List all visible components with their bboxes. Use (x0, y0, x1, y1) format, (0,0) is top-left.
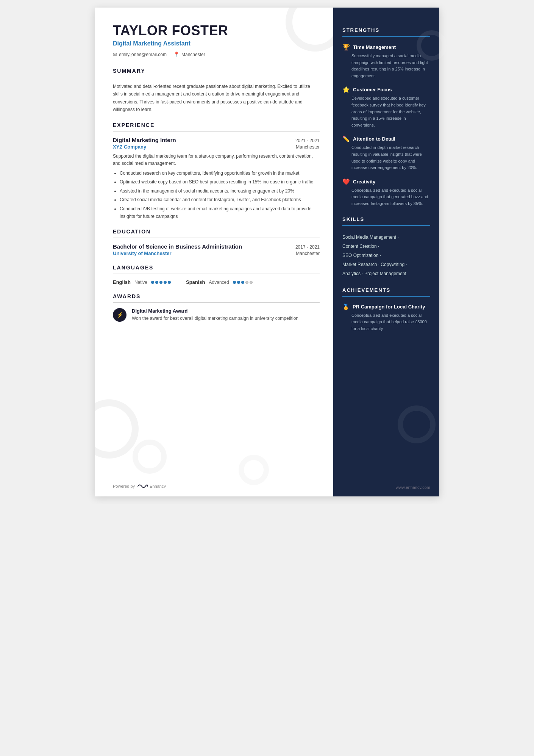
skill-line-3: Market Research · Copywriting · (342, 260, 430, 269)
lang-name-spanish: Spanish (186, 279, 205, 285)
achievement-item-0: 🏅 PR Campaign for Local Charity Conceptu… (342, 304, 430, 332)
bullet-0-3: Created social media calendar and conten… (120, 196, 320, 203)
right-column: STRENGTHS 🏆 Time Management Successfully… (333, 8, 439, 496)
skill-line-4: Analytics · Project Management (342, 269, 430, 278)
award-name-0: Digital Marketing Award (132, 308, 320, 314)
awards-divider (113, 302, 320, 303)
strengths-divider (342, 36, 430, 37)
skills-section: SKILLS Social Media Management · Content… (342, 216, 430, 278)
left-footer: Powered by Enhancv (113, 483, 166, 490)
edu-date-0: 2017 - 2021 (295, 244, 320, 250)
email-icon: ✉ (113, 52, 117, 57)
education-section: EDUCATION Bachelor of Science in Busines… (113, 229, 320, 256)
lang-dots-spanish (233, 281, 253, 284)
achievement-name-0: PR Campaign for Local Charity (353, 304, 425, 310)
experience-section: EXPERIENCE Digital Marketing Intern 2021… (113, 122, 320, 221)
dot (237, 281, 240, 284)
award-desc-0: Won the award for best overall digital m… (132, 315, 320, 322)
strength-icon-1: ⭐ (342, 86, 350, 93)
lang-spanish: Spanish Advanced (186, 279, 253, 285)
skill-line-1: Content Creation · (342, 242, 430, 251)
edu-item-0: Bachelor of Science in Business Administ… (113, 243, 320, 256)
dot (159, 281, 162, 284)
resume-wrapper: TAYLOR FOSTER Digital Marketing Assistan… (95, 8, 439, 496)
strength-item-2: ✏️ Attention to Detail Conducted in-dept… (342, 135, 430, 171)
achievement-desc-0: Conceptualized and executed a social med… (342, 312, 430, 332)
dot (151, 281, 154, 284)
summary-text: Motivated and detail-oriented recent gra… (113, 83, 320, 114)
skill-line-0: Social Media Management · (342, 233, 430, 242)
award-icon-0: ⚡ (113, 308, 126, 322)
strength-name-1: Customer Focus (353, 87, 392, 92)
strength-icon-3: ❤️ (342, 178, 350, 185)
skills-title: SKILLS (342, 216, 430, 222)
email-text: emily.jones@email.com (119, 52, 167, 57)
awards-section: AWARDS ⚡ Digital Marketing Award Won the… (113, 293, 320, 322)
website-text: www.enhancv.com (396, 485, 430, 490)
brand-name: Enhancv (150, 484, 166, 488)
strength-item-1: ⭐ Customer Focus Developed and executed … (342, 86, 430, 128)
strengths-title: STRENGTHS (342, 27, 430, 33)
exp-item-0: Digital Marketing Intern 2021 - 2021 XYZ… (113, 137, 320, 221)
edu-school-location-0: Manchester (296, 251, 320, 256)
award-content-0: Digital Marketing Award Won the award fo… (132, 308, 320, 322)
deco-circle-bottom (398, 405, 436, 443)
lang-dots-english (151, 281, 171, 284)
exp-desc-0: Supported the digital marketing team for… (113, 153, 320, 167)
bullet-0-0: Conducted research on key competitors, i… (120, 169, 320, 177)
strength-header-2: ✏️ Attention to Detail (342, 135, 430, 142)
strength-name-2: Attention to Detail (353, 136, 395, 142)
strengths-section: STRENGTHS 🏆 Time Management Successfully… (342, 27, 430, 207)
awards-title: AWARDS (113, 293, 320, 299)
strength-desc-2: Conducted in-depth market research resul… (342, 144, 430, 171)
exp-job-title-0: Digital Marketing Intern (113, 137, 176, 143)
strength-icon-2: ✏️ (342, 135, 350, 142)
lang-level-english: Native (134, 280, 147, 285)
exp-header-0: Digital Marketing Intern 2021 - 2021 (113, 137, 320, 143)
dot (245, 281, 248, 284)
award-item-0: ⚡ Digital Marketing Award Won the award … (113, 308, 320, 322)
languages-row: English Native Spanish Advanced (113, 279, 320, 285)
location-icon: 📍 (173, 52, 180, 57)
brand-logo: Enhancv (137, 483, 166, 490)
exp-date-0: 2021 - 2021 (295, 138, 320, 143)
lang-english: English Native (113, 279, 171, 285)
location-text: Manchester (181, 52, 205, 57)
location-item: 📍 Manchester (173, 52, 205, 57)
edu-header-0: Bachelor of Science in Business Administ… (113, 243, 320, 250)
achievements-section: ACHIEVEMENTS 🏅 PR Campaign for Local Cha… (342, 287, 430, 332)
edu-school-name-0: University of Manchester (113, 250, 172, 256)
achievement-icon-0: 🏅 (342, 304, 350, 310)
dot (168, 281, 171, 284)
achievement-header-0: 🏅 PR Campaign for Local Charity (342, 304, 430, 310)
strength-icon-0: 🏆 (342, 44, 350, 51)
contact-info: ✉ emily.jones@email.com 📍 Manchester (113, 52, 320, 57)
dot (241, 281, 244, 284)
education-title: EDUCATION (113, 229, 320, 235)
exp-bullets-0: Conducted research on key competitors, i… (113, 169, 320, 220)
experience-divider (113, 131, 320, 131)
summary-title: SUMMARY (113, 68, 320, 74)
header: TAYLOR FOSTER Digital Marketing Assistan… (113, 23, 320, 57)
strength-name-0: Time Management (353, 44, 396, 50)
dot (155, 281, 158, 284)
email-item: ✉ emily.jones@email.com (113, 52, 167, 57)
exp-company-location-0: Manchester (296, 144, 320, 150)
exp-company-row-0: XYZ Company Manchester (113, 144, 320, 150)
bullet-0-1: Optimized website copy based on SEO best… (120, 178, 320, 186)
bullet-0-2: Assisted in the management of social med… (120, 187, 320, 195)
edu-school-row-0: University of Manchester Manchester (113, 250, 320, 256)
languages-divider (113, 274, 320, 274)
edu-degree-0: Bachelor of Science in Business Administ… (113, 243, 242, 250)
languages-section: LANGUAGES English Native Spanish (113, 265, 320, 285)
job-title: Digital Marketing Assistant (113, 40, 320, 47)
summary-divider (113, 77, 320, 77)
full-name: TAYLOR FOSTER (113, 23, 320, 39)
strength-desc-3: Conceptualized and executed a social med… (342, 187, 430, 207)
strength-header-1: ⭐ Customer Focus (342, 86, 430, 93)
bullet-0-4: Conducted A/B testing of website and ema… (120, 205, 320, 221)
languages-title: LANGUAGES (113, 265, 320, 271)
strength-desc-0: Successfully managed a social media camp… (342, 53, 430, 79)
left-column: TAYLOR FOSTER Digital Marketing Assistan… (95, 8, 333, 496)
skills-divider (342, 225, 430, 226)
